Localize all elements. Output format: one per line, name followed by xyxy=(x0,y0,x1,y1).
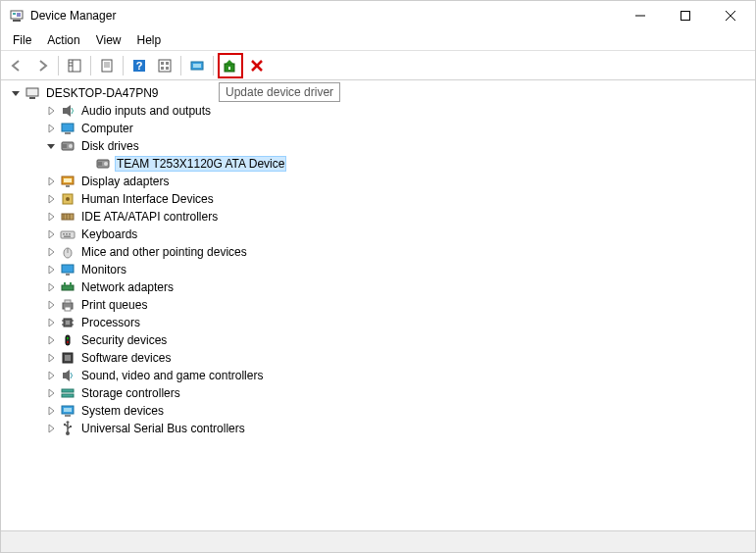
expand-icon[interactable] xyxy=(44,333,58,347)
tree-node-label[interactable]: Software devices xyxy=(79,351,173,365)
svg-rect-42 xyxy=(66,185,70,187)
expand-icon[interactable] xyxy=(44,104,58,118)
printer-icon xyxy=(60,297,76,313)
expand-icon[interactable] xyxy=(44,227,58,241)
tree-node-label[interactable]: Audio inputs and outputs xyxy=(79,104,213,118)
tree-node-label[interactable]: Disk drives xyxy=(79,139,141,153)
expand-icon[interactable] xyxy=(44,351,58,365)
tree-node[interactable]: Storage controllers xyxy=(26,384,755,402)
expand-icon[interactable] xyxy=(44,404,58,418)
computer-icon xyxy=(60,121,76,136)
tree-node[interactable]: Print queues xyxy=(26,296,755,314)
expand-icon[interactable] xyxy=(44,192,58,206)
svg-rect-57 xyxy=(66,274,70,276)
expand-icon[interactable] xyxy=(44,175,58,188)
tree-node[interactable]: Sound, video and game controllers xyxy=(26,367,755,384)
tree-node-label[interactable]: Computer xyxy=(79,122,135,135)
toolbar-separator xyxy=(180,56,181,75)
collapse-icon[interactable] xyxy=(44,139,58,153)
disk-icon xyxy=(95,156,111,172)
tree-node-label[interactable]: Security devices xyxy=(79,333,169,347)
help-button[interactable]: ? xyxy=(127,54,151,77)
svg-rect-21 xyxy=(161,67,164,70)
expand-icon[interactable] xyxy=(44,316,58,329)
tree-node-label[interactable]: Network adapters xyxy=(79,280,176,294)
tree-node[interactable]: Software devices xyxy=(26,349,755,367)
tree-node-label[interactable]: Storage controllers xyxy=(79,386,182,400)
tree-node[interactable]: Network adapters xyxy=(26,278,755,296)
tree-node-label[interactable]: Processors xyxy=(79,316,142,329)
menu-file[interactable]: File xyxy=(5,31,39,49)
scan-hardware-button[interactable] xyxy=(185,54,209,77)
svg-rect-63 xyxy=(65,307,71,311)
properties-button[interactable] xyxy=(95,54,119,77)
expand-icon[interactable] xyxy=(44,122,58,135)
expand-icon[interactable] xyxy=(44,245,58,259)
software-icon xyxy=(60,350,76,366)
expand-icon[interactable] xyxy=(44,263,58,276)
uninstall-device-button[interactable] xyxy=(245,54,269,77)
tree-node[interactable]: Mice and other pointing devices xyxy=(26,243,755,261)
display-icon xyxy=(60,174,76,189)
network-icon xyxy=(60,279,76,295)
tree-node[interactable]: Monitors xyxy=(26,261,755,278)
menu-view[interactable]: View xyxy=(88,31,129,49)
tree-node[interactable]: IDE ATA/ATAPI controllers xyxy=(26,208,755,226)
system-icon xyxy=(60,403,76,419)
tree-node-label[interactable]: IDE ATA/ATAPI controllers xyxy=(79,210,220,224)
tree-node-label[interactable]: Sound, video and game controllers xyxy=(79,369,265,382)
tree-node-label[interactable]: DESKTOP-DA47PN9 xyxy=(44,86,161,100)
show-hide-tree-button[interactable] xyxy=(63,54,86,77)
svg-rect-20 xyxy=(166,62,169,65)
tree-node-label[interactable]: Print queues xyxy=(79,298,149,312)
toolbar-separator xyxy=(123,56,124,75)
tree-node[interactable]: Human Interface Devices xyxy=(26,190,755,208)
computer-root-icon xyxy=(25,85,40,101)
expand-icon[interactable] xyxy=(44,298,58,312)
cpu-icon xyxy=(60,315,76,330)
tree-node-label[interactable]: TEAM T253X1120G ATA Device xyxy=(115,156,286,172)
svg-rect-70 xyxy=(66,335,70,345)
tree-node-label[interactable]: System devices xyxy=(79,404,166,418)
tree-node[interactable]: Computer xyxy=(26,120,755,137)
tree-node-label[interactable]: Display adapters xyxy=(79,175,171,188)
tree-pane[interactable]: DESKTOP-DA47PN9Audio inputs and outputsC… xyxy=(1,80,755,530)
forward-button[interactable] xyxy=(30,54,54,77)
collapse-icon[interactable] xyxy=(9,86,23,100)
expand-icon[interactable] xyxy=(44,280,58,294)
svg-rect-53 xyxy=(64,236,71,238)
expand-icon[interactable] xyxy=(44,422,58,435)
tree-node-label[interactable]: Human Interface Devices xyxy=(79,192,216,206)
app-icon xyxy=(9,8,25,24)
maximize-button[interactable] xyxy=(663,1,708,30)
tree-node[interactable]: Universal Serial Bus controllers xyxy=(26,420,755,437)
menu-help[interactable]: Help xyxy=(129,31,170,49)
tree-node[interactable]: System devices xyxy=(26,402,755,420)
tree-node-label[interactable]: Universal Serial Bus controllers xyxy=(79,422,247,435)
tree-node-label[interactable]: Monitors xyxy=(79,263,128,276)
tree-node-label[interactable]: Keyboards xyxy=(79,227,139,241)
minimize-button[interactable] xyxy=(618,1,663,30)
show-hidden-button[interactable] xyxy=(153,54,176,77)
expand-icon[interactable] xyxy=(44,386,58,400)
tree-node[interactable]: Display adapters xyxy=(26,173,755,190)
tree-node[interactable]: DESKTOP-DA47PN9 xyxy=(9,84,755,102)
update-driver-button[interactable] xyxy=(218,53,243,78)
tree-node-label[interactable]: Mice and other pointing devices xyxy=(79,245,249,259)
tree-node[interactable]: TEAM T253X1120G ATA Device xyxy=(44,155,755,173)
tree-node[interactable]: Audio inputs and outputs xyxy=(26,102,755,120)
tree-node[interactable]: Keyboards xyxy=(26,226,755,243)
expand-icon[interactable] xyxy=(44,369,58,382)
tree-node[interactable]: Processors xyxy=(26,314,755,331)
close-button[interactable] xyxy=(708,1,753,30)
svg-point-71 xyxy=(67,337,69,339)
svg-rect-2 xyxy=(13,13,16,15)
expand-icon[interactable] xyxy=(44,210,58,224)
svg-point-83 xyxy=(64,424,66,426)
menubar: File Action View Help xyxy=(1,30,755,50)
back-button[interactable] xyxy=(5,54,28,77)
menu-action[interactable]: Action xyxy=(39,31,87,49)
svg-rect-77 xyxy=(62,394,74,397)
tree-node[interactable]: Disk drives xyxy=(26,137,755,155)
tree-node[interactable]: Security devices xyxy=(26,331,755,349)
